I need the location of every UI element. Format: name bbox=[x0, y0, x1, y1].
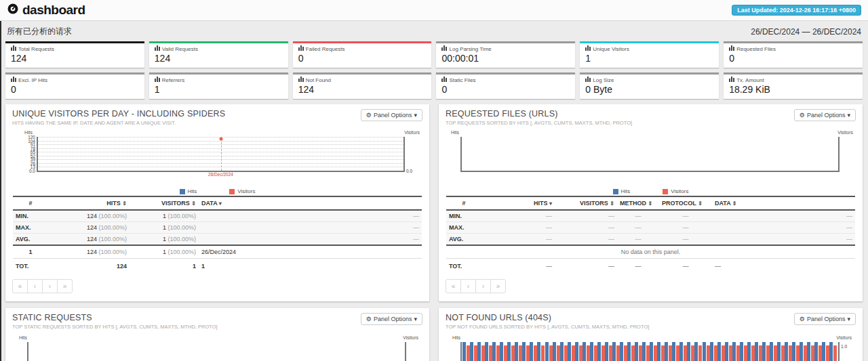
bar-pair[interactable] bbox=[747, 342, 755, 361]
app-brand[interactable]: dashboard bbox=[7, 3, 85, 18]
bar-pair[interactable] bbox=[553, 342, 560, 361]
bar-pair[interactable] bbox=[672, 342, 679, 361]
hits-bar bbox=[575, 342, 578, 361]
bar-pair[interactable] bbox=[597, 342, 605, 361]
bar-pair[interactable] bbox=[710, 342, 717, 361]
col-header-method[interactable]: METHOD ⇕ bbox=[617, 196, 659, 210]
hits-bar bbox=[522, 342, 526, 361]
sort-icon: ⇕ bbox=[648, 200, 653, 207]
bar-pair[interactable] bbox=[575, 342, 583, 361]
bar-pair[interactable] bbox=[657, 342, 665, 361]
hits-bar bbox=[620, 342, 623, 361]
first-page-button[interactable]: « bbox=[446, 279, 461, 293]
bar-pair[interactable] bbox=[800, 342, 807, 361]
col-header-index[interactable]: # bbox=[13, 196, 48, 210]
hits-bar bbox=[462, 342, 466, 361]
last-page-button[interactable]: » bbox=[490, 279, 506, 293]
bar-pair[interactable] bbox=[829, 342, 837, 361]
legend-visitors[interactable]: Visitors bbox=[663, 188, 688, 194]
bar-pair[interactable] bbox=[560, 342, 568, 361]
bar-pair[interactable] bbox=[485, 342, 492, 361]
bar-pair[interactable] bbox=[807, 342, 814, 361]
card-label: Requested Files bbox=[729, 45, 857, 52]
hits-bar bbox=[553, 342, 556, 361]
bar-pair[interactable] bbox=[740, 342, 747, 361]
prev-page-button[interactable]: ‹ bbox=[460, 279, 476, 293]
bar-pair[interactable] bbox=[620, 342, 627, 361]
bar-pair[interactable] bbox=[605, 342, 612, 361]
bar-pair[interactable] bbox=[755, 342, 762, 361]
col-header-hits[interactable]: HITS ▾ bbox=[481, 196, 555, 210]
summary-card: Static Files0 bbox=[436, 72, 575, 99]
bar-pair[interactable] bbox=[822, 342, 829, 361]
legend-hits[interactable]: Hits bbox=[180, 188, 197, 194]
bar-pair[interactable] bbox=[515, 342, 522, 361]
col-header-data[interactable]: DATA ▾ bbox=[199, 196, 280, 210]
col-header-visitors[interactable]: VISITORS ⇕ bbox=[555, 196, 617, 210]
bar-pair[interactable] bbox=[665, 342, 672, 361]
bar-pair[interactable] bbox=[679, 342, 687, 361]
bar-pair[interactable] bbox=[650, 342, 657, 361]
panel-options-button[interactable]: ⚙ Panel Options ▾ bbox=[361, 313, 422, 325]
bar-pair[interactable] bbox=[762, 342, 770, 361]
legend-visitors[interactable]: Visitors bbox=[229, 188, 255, 194]
col-header-data[interactable]: DATA ⇕ bbox=[712, 196, 753, 210]
bar-pair[interactable] bbox=[642, 342, 650, 361]
bar-pair[interactable] bbox=[725, 342, 732, 361]
bar-pair[interactable] bbox=[500, 342, 507, 361]
bar-pair[interactable] bbox=[470, 342, 477, 361]
panels-grid: UNIQUE VISITORS PER DAY - INCLUDING SPID… bbox=[0, 99, 868, 361]
summary-card: Log Size0 Byte bbox=[580, 72, 719, 99]
bar-pair[interactable] bbox=[507, 342, 515, 361]
bar-pair[interactable] bbox=[770, 342, 777, 361]
legend-hits[interactable]: Hits bbox=[613, 188, 631, 194]
panel-static-requests: STATIC REQUESTS TOP STATIC REQUESTS SORT… bbox=[5, 308, 429, 361]
table-row-avg: AVG. — — — — — bbox=[446, 234, 855, 246]
bar-pair[interactable] bbox=[814, 342, 822, 361]
first-page-button[interactable]: « bbox=[12, 279, 28, 293]
table-row-min: MIN. — — — — — bbox=[446, 210, 855, 222]
prev-page-button[interactable]: ‹ bbox=[27, 279, 43, 293]
card-value: 0 Byte bbox=[585, 84, 713, 95]
bar-pair[interactable] bbox=[717, 342, 725, 361]
panel-unique-visitors: UNIQUE VISITORS PER DAY - INCLUDING SPID… bbox=[5, 104, 429, 301]
panel-options-button[interactable]: ⚙ Panel Options ▾ bbox=[361, 109, 422, 121]
bar-pair[interactable] bbox=[530, 342, 537, 361]
bar-pair[interactable] bbox=[627, 342, 635, 361]
bar-pair[interactable] bbox=[477, 342, 485, 361]
bar-pair[interactable] bbox=[568, 342, 575, 361]
hits-bar bbox=[755, 342, 758, 361]
bar-pair[interactable] bbox=[462, 342, 470, 361]
bar-pair[interactable] bbox=[732, 342, 740, 361]
visitors-data-point[interactable] bbox=[219, 137, 222, 141]
bar-pair[interactable] bbox=[545, 342, 553, 361]
bar-pair[interactable] bbox=[537, 342, 545, 361]
last-page-button[interactable]: » bbox=[57, 279, 73, 293]
bar-chart-icon bbox=[585, 45, 591, 52]
bar-pair[interactable] bbox=[785, 342, 792, 361]
bar-pair[interactable] bbox=[792, 342, 800, 361]
bar-pair[interactable] bbox=[492, 342, 500, 361]
bar-pair[interactable] bbox=[635, 342, 642, 361]
col-header-visitors[interactable]: VISITORS ⇕ bbox=[130, 196, 199, 210]
next-page-button[interactable]: › bbox=[42, 279, 58, 293]
bar-chart-icon bbox=[11, 77, 16, 83]
hits-bar bbox=[545, 342, 549, 361]
bar-pair[interactable] bbox=[777, 342, 785, 361]
bar-pair[interactable] bbox=[612, 342, 620, 361]
card-value: 0 bbox=[11, 84, 139, 95]
panel-options-button[interactable]: ⚙ Panel Options ▾ bbox=[794, 109, 856, 121]
col-header-protocol[interactable]: PROTOCOL ⇕ bbox=[659, 196, 712, 210]
bar-pair[interactable] bbox=[522, 342, 530, 361]
next-page-button[interactable]: › bbox=[475, 279, 491, 293]
bar-pair[interactable] bbox=[687, 342, 694, 361]
bar-pair[interactable] bbox=[694, 342, 702, 361]
col-header-hits[interactable]: HITS ⇕ bbox=[48, 196, 130, 210]
bar-pair[interactable] bbox=[703, 342, 710, 361]
table-row[interactable]: 1 124 (100.00%) 1 (100.00%) 26/Dec/2024 bbox=[13, 245, 422, 259]
card-value: 0 bbox=[298, 53, 427, 64]
panel-options-button[interactable]: ⚙ Panel Options ▾ bbox=[794, 313, 856, 325]
bar-pair[interactable] bbox=[583, 342, 590, 361]
col-header-index[interactable]: # bbox=[446, 196, 481, 210]
bar-pair[interactable] bbox=[590, 342, 597, 361]
